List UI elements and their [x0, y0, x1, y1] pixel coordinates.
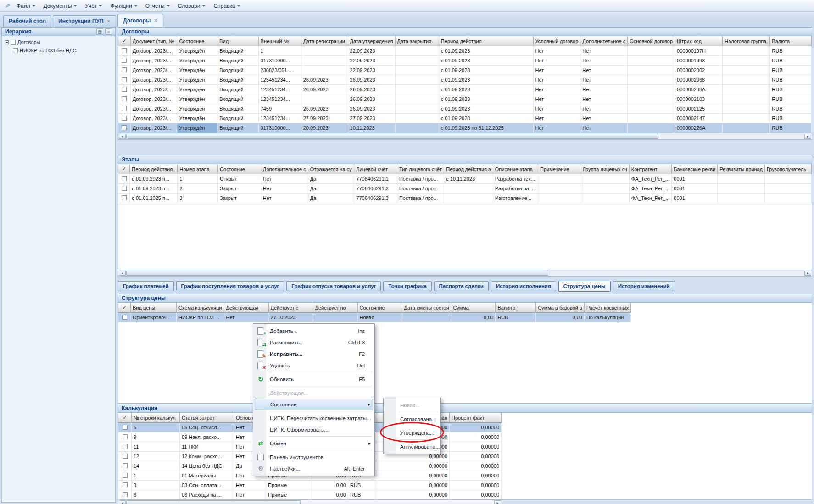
- column-header[interactable]: Дата закрытия: [396, 36, 439, 46]
- scroll-right-icon[interactable]: [804, 271, 811, 276]
- column-header[interactable]: ✓: [118, 413, 132, 423]
- menu-item[interactable]: Размножить...Ctrl+F3: [255, 337, 373, 348]
- row-checkbox-icon[interactable]: [122, 48, 127, 53]
- column-header[interactable]: Статья затрат: [180, 413, 234, 423]
- tab-item[interactable]: Рабочий стол: [3, 15, 51, 27]
- menu-item[interactable]: Новая...: [385, 399, 439, 411]
- column-header[interactable]: Штрих-код: [675, 36, 723, 46]
- column-header[interactable]: ✓: [118, 164, 130, 174]
- menubar-item[interactable]: Справка: [209, 1, 244, 11]
- subtab-button[interactable]: График платежей: [118, 281, 174, 291]
- column-header[interactable]: Сумма в базовой в: [536, 303, 584, 313]
- tree-node[interactable]: Договоры: [2, 38, 115, 46]
- grid-row[interactable]: Договор, 2023/...УтверждёнВходящий017310…: [118, 56, 812, 66]
- menu-item[interactable]: ЦИТК. Пересчитать косвенные затраты...: [255, 412, 373, 424]
- node-checkbox[interactable]: [13, 48, 18, 53]
- column-header[interactable]: Вид цены: [131, 303, 177, 313]
- menubar-item[interactable]: Словари: [174, 1, 210, 11]
- scroll-left-icon[interactable]: [119, 500, 126, 504]
- column-header[interactable]: № строки калькул: [132, 413, 180, 423]
- collapse-panel-icon[interactable]: «: [105, 28, 112, 35]
- column-header[interactable]: Лицевой счёт: [354, 164, 397, 174]
- menubar-item[interactable]: Отчёты: [141, 1, 174, 11]
- menu-item[interactable]: ЦИТК. Сформировать...: [255, 424, 373, 435]
- grid-row[interactable]: с 01.09.2023 п...2ЗакрытНетДа7706406291\…: [118, 184, 812, 194]
- grid-row[interactable]: Договор, 2023/...УтверждёнВходящий123451…: [118, 85, 812, 94]
- column-header[interactable]: Группа лицевых сч: [581, 164, 630, 174]
- row-checkbox-icon[interactable]: [122, 125, 127, 130]
- node-checkbox[interactable]: [11, 40, 16, 45]
- row-checkbox-icon[interactable]: [122, 58, 127, 63]
- scroll-right-icon[interactable]: [804, 134, 811, 139]
- row-checkbox-icon[interactable]: [122, 195, 127, 200]
- row-checkbox-icon[interactable]: [123, 492, 128, 497]
- column-header[interactable]: Описание этапа: [493, 164, 538, 174]
- column-header[interactable]: Валюта: [496, 303, 536, 313]
- scroll-left-icon[interactable]: [119, 134, 126, 139]
- subtab-button[interactable]: История исполнения: [491, 281, 556, 291]
- column-header[interactable]: Сумма: [451, 303, 496, 313]
- grid-row[interactable]: Договор, 2023/...УтверждёнВходящий745926…: [118, 104, 812, 114]
- scrollbar-thumb[interactable]: [126, 271, 548, 276]
- column-header[interactable]: ✓: [118, 303, 131, 313]
- grid-row[interactable]: 606 Расходы на ...НетПрямые0,00RUB0,0000…: [118, 490, 502, 500]
- column-header[interactable]: Действует с: [269, 303, 313, 313]
- row-checkbox-icon[interactable]: [123, 482, 128, 487]
- menu-item[interactable]: УдалитьDel: [255, 360, 373, 371]
- menu-item[interactable]: Аннулирована...: [385, 441, 439, 452]
- grid-row[interactable]: Договор, 2023/...УтверждёнВходящий017310…: [118, 123, 812, 133]
- menu-item[interactable]: Состояние▸: [255, 399, 373, 410]
- column-header[interactable]: Действующая: [224, 303, 269, 313]
- row-checkbox-icon[interactable]: [123, 473, 128, 478]
- column-header[interactable]: Состояние: [218, 164, 261, 174]
- column-header[interactable]: Грузополучатель: [765, 164, 812, 174]
- column-header[interactable]: Состояние: [358, 303, 402, 313]
- subtab-button[interactable]: Структура цены: [558, 281, 611, 292]
- grid-row[interactable]: с 01.01.2025 п...3ЗакрытНетДа7706406291\…: [118, 194, 812, 203]
- row-checkbox-icon[interactable]: [122, 186, 127, 191]
- hierarchy-grid-icon[interactable]: ▦: [96, 28, 103, 35]
- menu-item[interactable]: Утверждена...: [385, 427, 439, 438]
- column-header[interactable]: Действует по: [313, 303, 358, 313]
- row-checkbox-icon[interactable]: [122, 315, 127, 320]
- column-header[interactable]: Налоговая группа.: [723, 36, 770, 46]
- row-checkbox-icon[interactable]: [123, 454, 128, 459]
- grid-row[interactable]: Договор, 2023/...УтверждёнВходящий230823…: [118, 66, 812, 75]
- subtab-button[interactable]: Точки графика: [383, 281, 431, 291]
- column-header[interactable]: Схема калькуляци: [177, 303, 224, 313]
- collapse-expander-icon[interactable]: [5, 40, 9, 44]
- column-header[interactable]: Период действия..: [130, 164, 178, 174]
- scrollbar-thumb[interactable]: [126, 134, 658, 139]
- column-header[interactable]: Дополнительное с: [580, 36, 628, 46]
- column-header[interactable]: Банковские рекви: [672, 164, 718, 174]
- menu-item[interactable]: Панель инструментов: [255, 451, 373, 463]
- column-header[interactable]: Примечание: [538, 164, 581, 174]
- menubar-item[interactable]: Файл: [12, 1, 39, 11]
- scroll-left-icon[interactable]: [119, 271, 126, 276]
- column-header[interactable]: Номер этапа: [178, 164, 218, 174]
- column-header[interactable]: Дополнительное с: [261, 164, 308, 174]
- close-icon[interactable]: ✕: [154, 18, 157, 23]
- column-header[interactable]: Состояние: [177, 36, 217, 46]
- column-header[interactable]: ✓: [118, 36, 131, 46]
- column-header[interactable]: Период действия э: [444, 164, 493, 174]
- column-header[interactable]: Дата утверждения: [348, 36, 396, 46]
- subtab-button[interactable]: График поступления товаров и услуг: [176, 281, 284, 291]
- grid-row[interactable]: Договор, 2023/...УтверждёнВходящий123451…: [118, 94, 812, 104]
- menubar-item[interactable]: Функции: [106, 1, 141, 11]
- column-header[interactable]: Условный договор: [534, 36, 581, 46]
- menu-item[interactable]: Настройки...Alt+Enter: [255, 463, 373, 474]
- row-checkbox-icon[interactable]: [123, 463, 128, 468]
- scrollbar-thumb[interactable]: [126, 500, 301, 504]
- row-checkbox-icon[interactable]: [122, 176, 127, 181]
- tree-node[interactable]: НИОКР по ГОЗ без НДС: [2, 46, 115, 55]
- grid-row[interactable]: Ориентировоч...НИОКР по ГОЗ ...Нет27.10.…: [118, 313, 631, 322]
- column-header[interactable]: Дата регистрации: [301, 36, 348, 46]
- subtab-button[interactable]: График отпуска товаров и услуг: [286, 281, 381, 291]
- contracts-horizontal-scrollbar[interactable]: [118, 133, 812, 140]
- stages-horizontal-scrollbar[interactable]: [118, 270, 812, 277]
- row-checkbox-icon[interactable]: [122, 67, 127, 72]
- row-checkbox-icon[interactable]: [122, 87, 127, 92]
- row-checkbox-icon[interactable]: [122, 77, 127, 82]
- menubar-item[interactable]: Документы: [39, 1, 81, 11]
